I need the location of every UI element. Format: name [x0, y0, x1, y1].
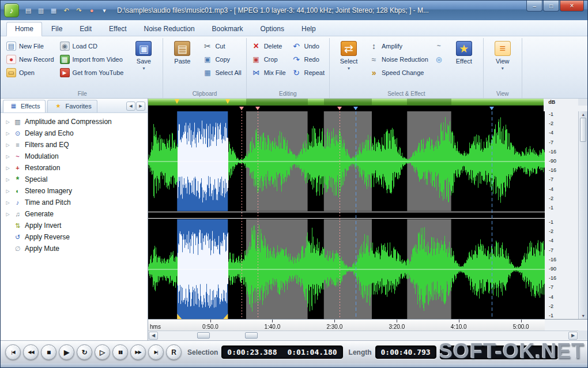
- tree-item-restoration[interactable]: ▷+Restoration: [1, 162, 148, 174]
- cue-marker-icon[interactable]: [255, 107, 260, 110]
- amplify-button[interactable]: ↕Amplify: [368, 41, 429, 51]
- expander-icon[interactable]: ▷: [5, 177, 10, 182]
- delay-icon: ⊙: [13, 129, 22, 137]
- expander-icon[interactable]: ▷: [5, 131, 10, 136]
- tab-noise-reduction[interactable]: Noise Reduction: [136, 22, 203, 36]
- maximize-button[interactable]: □: [543, 1, 559, 12]
- tree-item-filters-and-eq[interactable]: ▷≡Filters and EQ: [1, 139, 148, 151]
- tree-item-special[interactable]: ▷*Special: [1, 174, 148, 185]
- tab-home[interactable]: Home: [6, 22, 42, 36]
- delete-button[interactable]: ×Delete: [250, 41, 287, 51]
- view-button[interactable]: ≡View▾: [487, 39, 518, 71]
- play-button[interactable]: ▶: [59, 344, 74, 360]
- undo-button[interactable]: ↶Undo: [291, 41, 326, 51]
- new-record-button[interactable]: ●New Record: [5, 54, 55, 65]
- tree-item-modulation[interactable]: ▷~Modulation: [1, 151, 148, 162]
- vertical-scrollbar[interactable]: ▲ ▼: [578, 111, 587, 319]
- scroll-down-icon[interactable]: ▼: [581, 314, 585, 318]
- tab-effect[interactable]: Effect: [101, 22, 134, 36]
- export-file-button[interactable]: ▥: [35, 5, 47, 16]
- scroll-up-icon[interactable]: ▲: [581, 112, 585, 117]
- quick-redo-button[interactable]: ↷: [73, 5, 85, 16]
- scroll-left-icon[interactable]: ◀: [149, 332, 158, 340]
- open-button[interactable]: ▭Open: [5, 67, 55, 78]
- ribbon-column: ↶Undo↷Redo↻Repeat: [291, 39, 326, 78]
- tree-item-delay-and-echo[interactable]: ▷⊙Delay and Echo: [1, 127, 148, 139]
- stop-button[interactable]: ■: [41, 344, 56, 360]
- tree-item-time-and-pitch[interactable]: ▷♪Time and Pitch: [1, 197, 148, 208]
- tab-help[interactable]: Help: [293, 22, 324, 36]
- expander-icon[interactable]: ▷: [5, 154, 10, 159]
- expander-icon[interactable]: ▷: [5, 189, 10, 194]
- effect-extra-1-button[interactable]: ~: [433, 41, 445, 51]
- copy-button[interactable]: ▣Copy: [201, 54, 242, 65]
- horizontal-scrollbar[interactable]: ◀ ▶: [148, 331, 578, 340]
- bookmark-marker-icon[interactable]: [353, 107, 358, 110]
- select-all-button[interactable]: ▦Select All: [201, 67, 242, 78]
- quick-save-button[interactable]: ▦: [48, 5, 59, 16]
- expander-icon[interactable]: ▷: [5, 166, 10, 171]
- sidebar-nav-left-button[interactable]: ◀: [126, 102, 135, 111]
- dropdown-caret-icon: ▾: [502, 66, 504, 71]
- import-file-button[interactable]: ▤: [22, 5, 34, 16]
- quick-record-button[interactable]: ●: [86, 5, 97, 16]
- loop-play-button[interactable]: ↻: [77, 344, 92, 360]
- sidebar-tab-effects[interactable]: ▦Effects: [3, 100, 46, 112]
- record-mode-button[interactable]: R: [166, 344, 182, 360]
- app-logo-icon[interactable]: ♪: [4, 3, 19, 17]
- customize-toolbar-button[interactable]: ▾: [99, 5, 110, 16]
- bookmark-marker-icon[interactable]: [489, 107, 494, 110]
- marker-strip[interactable]: [148, 106, 544, 111]
- expander-icon[interactable]: ▷: [5, 200, 10, 205]
- tab-file[interactable]: File: [43, 22, 70, 36]
- tree-item-amplitude-and-compression[interactable]: ▷▥Amplitude and Compression: [1, 116, 148, 127]
- tree-item-apply-invert[interactable]: ⇅Apply Invert: [1, 220, 148, 231]
- minimize-button[interactable]: –: [526, 1, 542, 12]
- timeline-ruler[interactable]: hms 0:50.01:40.02:30.03:20.04:10.05:00.0: [148, 319, 545, 331]
- sidebar-tab-favorites[interactable]: ★Favorites: [47, 100, 97, 112]
- redo-button[interactable]: ↷Redo: [291, 54, 326, 65]
- get-from-youtube-button[interactable]: ▶Get from YouTube: [59, 67, 125, 78]
- new-file-button[interactable]: ▤New File: [5, 41, 55, 51]
- play-from-cursor-button[interactable]: ▷: [95, 344, 110, 360]
- tree-item-apply-reverse[interactable]: ↺Apply Reverse: [1, 231, 148, 243]
- expander-icon[interactable]: ▷: [5, 212, 10, 217]
- vertical-scroll-thumb[interactable]: [580, 118, 586, 142]
- crop-button[interactable]: ▣Crop: [250, 54, 287, 65]
- repeat-button[interactable]: ↻Repeat: [291, 67, 326, 78]
- paste-button[interactable]: ▤Paste: [167, 39, 198, 65]
- tab-options[interactable]: Options: [252, 22, 292, 36]
- fast-forward-button[interactable]: ▶▶: [130, 344, 146, 360]
- horizontal-scroll-thumb-2[interactable]: [245, 332, 258, 339]
- noise-reduction-button[interactable]: ≈Noise Reduction: [368, 54, 429, 65]
- select-button[interactable]: ⇄Select▾: [333, 39, 364, 71]
- load-cd-button[interactable]: ◉Load CD: [59, 41, 125, 51]
- overview-bar[interactable]: [148, 99, 544, 106]
- effect-button[interactable]: ★Effect: [448, 39, 480, 65]
- sidebar-nav-right-button[interactable]: ▶: [136, 102, 145, 111]
- tab-bookmark[interactable]: Bookmark: [204, 22, 251, 36]
- waveform-canvas[interactable]: [148, 111, 545, 319]
- cue-marker-icon[interactable]: [337, 107, 342, 110]
- horizontal-scroll-thumb-1[interactable]: [197, 332, 210, 339]
- save-button[interactable]: ▣Save▾: [128, 39, 159, 71]
- tree-item-generate[interactable]: ▷♫Generate: [1, 208, 148, 220]
- cut-button[interactable]: ✂Cut: [201, 41, 242, 51]
- pause-button[interactable]: ▮▮: [112, 344, 128, 360]
- go-to-start-button[interactable]: |◀: [5, 344, 21, 360]
- mix-file-button[interactable]: ⋈Mix File: [250, 67, 287, 78]
- import-from-video-button[interactable]: ▦Import from Video: [59, 54, 125, 65]
- tab-edit[interactable]: Edit: [71, 22, 100, 36]
- tree-item-stereo-imagery[interactable]: ▷◐Stereo Imagery: [1, 185, 148, 197]
- close-button[interactable]: ×: [560, 1, 584, 12]
- rewind-button[interactable]: ◀◀: [23, 344, 39, 360]
- speed-change-button[interactable]: »Speed Change: [368, 67, 429, 78]
- effect-extra-2-button[interactable]: ◎: [433, 54, 445, 65]
- scroll-right-icon[interactable]: ▶: [568, 332, 578, 340]
- expander-icon[interactable]: ▷: [5, 142, 10, 148]
- expander-icon[interactable]: ▷: [5, 119, 10, 125]
- cue-marker-icon[interactable]: [239, 107, 244, 110]
- tree-item-apply-mute[interactable]: ∅Apply Mute: [1, 243, 148, 254]
- quick-undo-button[interactable]: ↶: [61, 5, 72, 16]
- go-to-end-button[interactable]: ▶|: [148, 344, 164, 360]
